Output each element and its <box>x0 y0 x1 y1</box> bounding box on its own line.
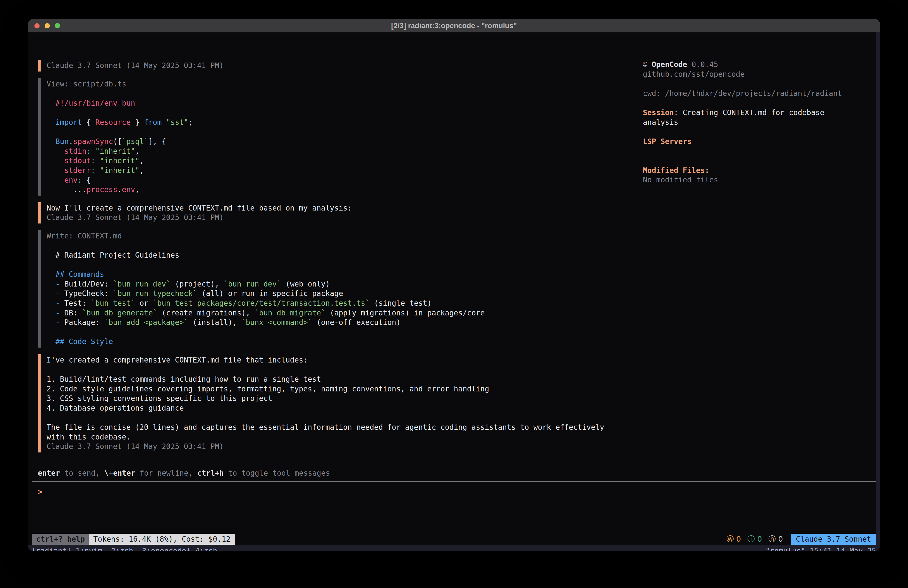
text-line: ## Code Style <box>47 337 636 346</box>
diagnostic-hints: ⓗ0 <box>768 534 783 544</box>
text-line: ...process.env, <box>47 185 636 195</box>
text-line: import { Resource } from "sst"; <box>47 118 636 127</box>
text-line: stderr: "inherit", <box>47 166 636 176</box>
input-divider <box>32 481 876 482</box>
text-line <box>47 127 636 137</box>
status-right-group: Ⓦ0 ⓘ0 ⓗ0 Claude 3.7 Sonnet <box>720 534 876 545</box>
text-line: stdout: "inherit", <box>47 156 636 166</box>
text-line: #!/usr/bin/env bun <box>47 98 636 108</box>
fullscreen-button[interactable] <box>55 23 60 28</box>
text-line <box>47 89 636 98</box>
assistant-message-block: Now I'll create a comprehensive CONTEXT.… <box>38 202 636 224</box>
hint-count: 0 <box>778 535 783 543</box>
warning-count: 0 <box>736 535 741 543</box>
text-line <box>47 108 636 118</box>
text-line: Claude 3.7 Sonnet (14 May 2025 03:41 PM) <box>47 61 636 71</box>
prompt-input[interactable]: > <box>38 487 860 497</box>
text-line: ## Commands <box>47 270 636 279</box>
keybind-hints: enter to send, \+enter for newline, ctrl… <box>38 469 330 478</box>
tmux-session-info: "romulus" 15:41 14-May-25 <box>765 545 876 551</box>
text-line: LSP Servers <box>643 137 877 147</box>
info-icon: ⓘ <box>747 534 755 544</box>
text-line: with this codebase. <box>47 432 636 442</box>
window-title: [2/3] radiant:3:opencode - "romulus" <box>391 22 517 30</box>
window-titlebar: [2/3] radiant:3:opencode - "romulus" <box>28 19 880 32</box>
info-count: 0 <box>757 535 762 543</box>
text-line: No modified files <box>643 175 877 185</box>
text-line: 4. Database operations guidance <box>47 403 636 413</box>
text-line: 2. Code style guidelines covering import… <box>47 384 636 394</box>
tokens-cost-chip: Tokens: 16.4K (8%), Cost: $0.12 <box>89 534 235 545</box>
text-line: - TypeCheck: `bun run typecheck` (all) o… <box>47 289 636 298</box>
text-line <box>643 79 877 89</box>
terminal-window: [2/3] radiant:3:opencode - "romulus" Cla… <box>28 19 880 551</box>
text-line: View: script/db.ts <box>47 79 636 89</box>
text-line <box>643 156 877 166</box>
hint-icon: ⓗ <box>768 534 776 544</box>
tmux-window-list[interactable]: [radiant] 1:nvim 2:zsh- 3:opencode* 4:zs… <box>31 545 217 551</box>
text-line: analysis <box>643 118 877 127</box>
text-line: - DB: `bun db generate` (create migratio… <box>47 308 636 318</box>
session-sidebar: © OpenCode 0.0.45github.com/sst/opencode… <box>643 60 877 185</box>
text-line: Now I'll create a comprehensive CONTEXT.… <box>47 203 636 213</box>
text-line: github.com/sst/opencode <box>643 69 877 79</box>
text-line: 1. Build/lint/test commands including ho… <box>47 374 636 384</box>
opencode-status-bar: ctrl+? help Tokens: 16.4K (8%), Cost: $0… <box>32 534 876 545</box>
text-line <box>47 260 636 270</box>
text-line: # Radiant Project Guidelines <box>47 250 636 260</box>
terminal-content: Claude 3.7 Sonnet (14 May 2025 03:41 PM)… <box>28 32 880 551</box>
text-line: - Test: `bun test` or `bun test packages… <box>47 298 636 308</box>
minimize-button[interactable] <box>45 23 50 28</box>
chat-transcript: Claude 3.7 Sonnet (14 May 2025 03:41 PM)… <box>38 60 636 459</box>
tool-write-block: Write: CONTEXT.md # Radiant Project Guid… <box>38 230 636 348</box>
text-line: - Build/Dev: `bun run dev` (project), `b… <box>47 279 636 289</box>
text-line: Claude 3.7 Sonnet (14 May 2025 03:41 PM) <box>47 442 636 451</box>
traffic-lights <box>34 19 60 32</box>
text-line: I've created a comprehensive CONTEXT.md … <box>47 355 636 365</box>
text-line <box>643 127 877 137</box>
model-badge: Claude 3.7 Sonnet <box>791 534 876 545</box>
text-line: © OpenCode 0.0.45 <box>643 60 877 69</box>
diagnostic-info: ⓘ0 <box>747 534 762 544</box>
text-line: - Package: `bun add <package>` (install)… <box>47 318 636 327</box>
text-line: Modified Files: <box>643 166 877 176</box>
close-button[interactable] <box>34 23 40 28</box>
warning-icon: Ⓦ <box>726 534 734 544</box>
text-line <box>47 413 636 423</box>
text-line <box>47 327 636 337</box>
text-line: Write: CONTEXT.md <box>47 231 636 241</box>
tool-view-block: View: script/db.ts #!/usr/bin/env bun im… <box>38 78 636 196</box>
text-line: Claude 3.7 Sonnet (14 May 2025 03:41 PM) <box>47 213 636 222</box>
text-line: Bun.spawnSync([`psql`], { <box>47 137 636 147</box>
text-line: The file is concise (20 lines) and captu… <box>47 422 636 432</box>
text-line <box>643 98 877 108</box>
text-line <box>47 241 636 251</box>
text-line: 3. CSS styling conventions specific to t… <box>47 394 636 403</box>
text-line <box>643 146 877 156</box>
text-line: stdin: "inherit", <box>47 147 636 156</box>
tmux-status-bar: [radiant] 1:nvim 2:zsh- 3:opencode* 4:zs… <box>28 545 880 551</box>
text-line <box>47 365 636 375</box>
text-line: cwd: /home/thdxr/dev/projects/radiant/ra… <box>643 89 877 98</box>
text-line: Session: Creating CONTEXT.md for codebas… <box>643 108 877 118</box>
help-keybind-chip: ctrl+? help <box>32 534 89 545</box>
prompt-caret: > <box>38 488 42 496</box>
assistant-message-block: I've created a comprehensive CONTEXT.md … <box>38 354 636 453</box>
text-line: env: { <box>47 176 636 185</box>
assistant-header-block: Claude 3.7 Sonnet (14 May 2025 03:41 PM) <box>38 60 636 71</box>
diagnostic-warnings: Ⓦ0 <box>726 534 741 544</box>
text-line: enter to send, \+enter for newline, ctrl… <box>38 469 330 478</box>
